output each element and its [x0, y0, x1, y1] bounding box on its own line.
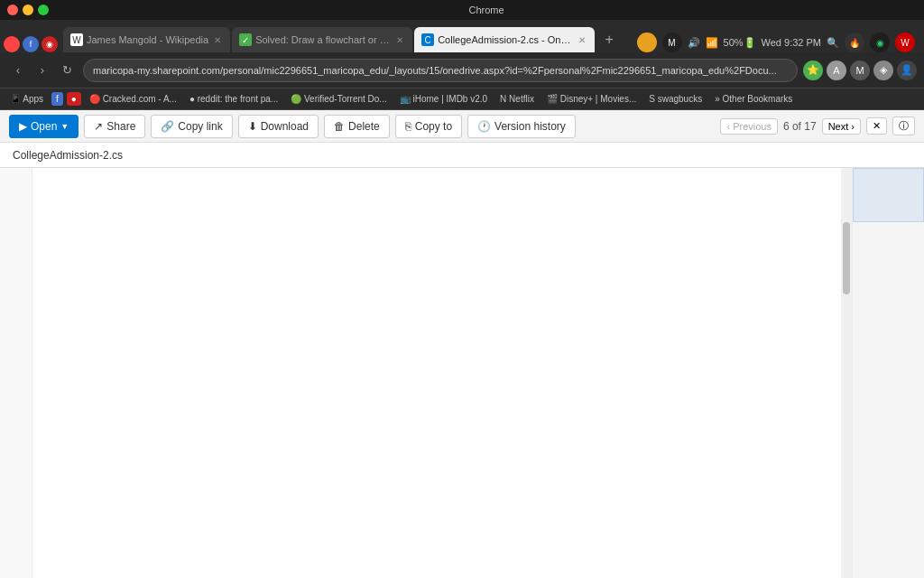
facebook-icon: f [23, 36, 39, 52]
tab-favicon-solved: ✓ [239, 33, 252, 46]
tab-label-solved: Solved: Draw a flowchart or wr... [255, 34, 391, 45]
tab-close-solved[interactable]: ✕ [394, 34, 405, 46]
bookmark-apps[interactable]: 📱 Apps [5, 92, 48, 106]
nav-buttons: ‹ › ↻ [7, 60, 78, 81]
circle-icon: ◉ [870, 33, 890, 52]
address-input[interactable] [83, 59, 798, 82]
bookmark-reddit[interactable]: ● reddit: the front pa... [185, 92, 282, 106]
pagination: ‹ Previous 6 of 17 Next › ✕ ⓘ [720, 117, 915, 135]
share-button[interactable]: ↗ Share [84, 115, 145, 138]
open-label: Open [31, 120, 57, 133]
tab-close-wikipedia[interactable]: ✕ [212, 34, 223, 46]
tab-label-wikipedia: James Mangold - Wikipedia [87, 34, 208, 45]
bookmark-logo1[interactable]: ● [67, 92, 81, 106]
tab-solved[interactable]: ✓ Solved: Draw a flowchart or wr... ✕ [232, 27, 412, 52]
tab-wikipedia[interactable]: W James Mangold - Wikipedia ✕ [63, 27, 230, 52]
version-history-label: Version history [494, 120, 566, 133]
new-tab-button[interactable]: + [596, 27, 622, 52]
tab-close-college[interactable]: ✕ [577, 34, 587, 46]
ext-icon-1[interactable]: ⭐ [803, 61, 823, 80]
scrollbar-thumb[interactable] [843, 222, 850, 294]
filename: CollegeAdmission-2.cs [13, 149, 123, 162]
app-title: Chrome [56, 5, 917, 15]
copy-to-label: Copy to [415, 120, 452, 133]
battery-icon: 50%🔋 [724, 37, 756, 49]
ext-icon-5[interactable]: 👤 [897, 61, 917, 80]
minimap [852, 168, 924, 578]
filename-bar: CollegeAdmission-2.cs [0, 143, 924, 168]
download-button[interactable]: ⬇ Download [238, 115, 319, 138]
bookmark-fb[interactable]: f [51, 92, 63, 106]
version-history-button[interactable]: 🕐 Version history [467, 115, 576, 138]
share-label: Share [106, 120, 135, 133]
titlebar: Chrome [0, 0, 924, 20]
version-history-icon: 🕐 [477, 120, 491, 133]
addressbar: ‹ › ↻ ⭐ A M ◈ 👤 [0, 52, 924, 89]
fullscreen-traffic-light[interactable] [38, 5, 49, 15]
bookmark-netflix[interactable]: N Netflix [495, 92, 539, 106]
open-dropdown-icon: ▼ [60, 122, 69, 131]
clock: Wed 9:32 PM [762, 37, 821, 48]
download-label: Download [261, 120, 309, 133]
minimize-traffic-light[interactable] [23, 5, 33, 15]
wifi-icon: 📶 [706, 37, 718, 49]
traffic-lights [7, 5, 49, 15]
delete-icon: 🗑 [334, 120, 345, 133]
volume-icon: 🔊 [688, 37, 700, 49]
delete-button[interactable]: 🗑 Delete [324, 115, 390, 138]
minimap-highlight [853, 168, 924, 222]
bookmark-ihome[interactable]: 📺 iHome | IMDb v2.0 [395, 92, 492, 106]
close-viewer-button[interactable]: ✕ [866, 117, 887, 135]
download-icon: ⬇ [248, 120, 257, 133]
extension-icon-1 [637, 33, 657, 52]
scrollbar[interactable] [841, 168, 852, 578]
open-icon: ▶ [19, 120, 27, 133]
bookmark-cracked[interactable]: 🔴 Cracked.com - A... [85, 92, 181, 106]
copy-link-icon: 🔗 [161, 120, 174, 133]
bookmark-torrent[interactable]: 🟢 Verified-Torrent Do... [286, 92, 391, 106]
code-area [0, 168, 924, 578]
nosacrifice-icon [4, 36, 20, 52]
bookmark-swagbucks[interactable]: S swagbucks [644, 92, 707, 106]
flame-icon: 🔥 [845, 33, 864, 52]
delete-label: Delete [348, 120, 380, 133]
tab-favicon-wikipedia: W [70, 33, 83, 46]
ext-icon-3[interactable]: M [850, 61, 870, 80]
forward-button[interactable]: › [32, 60, 53, 81]
code-content[interactable] [32, 168, 841, 578]
share-icon: ↗ [94, 120, 103, 133]
extension-icon-2: M [662, 33, 682, 52]
bookmark-other[interactable]: » Other Bookmarks [710, 92, 797, 106]
line-numbers [0, 168, 32, 578]
copy-link-button[interactable]: 🔗 Copy link [151, 115, 232, 138]
open-button[interactable]: ▶ Open ▼ [9, 115, 79, 138]
copy-to-button[interactable]: ⎘ Copy to [395, 115, 462, 138]
copy-link-label: Copy link [178, 120, 222, 133]
tab-favicon-college: C [421, 33, 434, 46]
tabbar: f ◉ W James Mangold - Wikipedia ✕ ✓ Solv… [0, 20, 924, 52]
previous-button[interactable]: ‹ Previous [720, 118, 778, 135]
refresh-button[interactable]: ↻ [56, 60, 78, 81]
ext-icon-4[interactable]: ◈ [873, 61, 893, 80]
search-icon-titlebar[interactable]: 🔍 [827, 37, 839, 49]
reddit-icon: ◉ [42, 36, 58, 52]
back-button[interactable]: ‹ [7, 60, 29, 81]
superhero-icon: W [895, 33, 915, 52]
ext-icon-2[interactable]: A [827, 61, 846, 80]
tab-label-college: CollegeAdmission-2.cs - One... [438, 34, 573, 45]
copy-to-icon: ⎘ [405, 120, 411, 133]
bookmarks-bar: 📱 Apps f ● 🔴 Cracked.com - A... ● reddit… [0, 89, 924, 110]
toolbar: ▶ Open ▼ ↗ Share 🔗 Copy link ⬇ Download … [0, 110, 924, 143]
next-button[interactable]: Next › [822, 118, 861, 135]
extension-icons: ⭐ A M ◈ 👤 [803, 61, 917, 80]
close-traffic-light[interactable] [7, 5, 18, 15]
bookmark-disney[interactable]: 🎬 Disney+ | Movies... [542, 92, 641, 106]
info-button[interactable]: ⓘ [892, 117, 915, 135]
tab-college[interactable]: C CollegeAdmission-2.cs - One... ✕ [414, 27, 595, 52]
page-count: 6 of 17 [783, 120, 817, 133]
